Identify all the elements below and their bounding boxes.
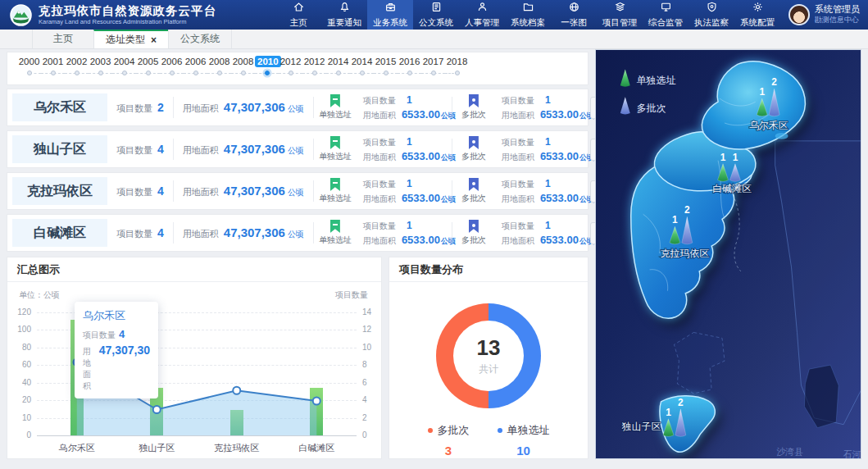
year-dot-2004[interactable] (112, 69, 136, 77)
pie-chart-title: 项目数量分布 (389, 257, 588, 282)
map-faint-boundary (674, 332, 725, 394)
district-row-独山子区: 独山子区项目数量4用地面积47,307,306公顷单独选址项目数量1用地面积65… (7, 130, 589, 168)
year-2012[interactable]: 2012 (302, 57, 326, 66)
single-site-stats: 项目数量1用地面积6533.00公顷 (357, 136, 452, 163)
tab-0[interactable]: 主页 (32, 30, 94, 48)
year-2014[interactable]: 2014 (350, 57, 374, 66)
year-dot-2014[interactable] (350, 69, 374, 77)
bg-label-shawan: 沙湾县 (776, 447, 803, 457)
donut-chart[interactable]: 13 共计 (436, 303, 541, 408)
nav-item-globe[interactable]: 一张图 (551, 0, 597, 30)
nav-item-gear[interactable]: 系统配置 (734, 0, 780, 30)
year-dot-2002[interactable] (65, 69, 89, 77)
year-dot-2001[interactable] (41, 69, 65, 77)
layers-icon (614, 1, 626, 16)
year-2006[interactable]: 2006 (184, 57, 207, 66)
folder-icon (522, 1, 534, 16)
close-tab-icon[interactable]: × (151, 34, 157, 46)
year-dot-2005[interactable] (136, 69, 160, 77)
x-label-乌尔禾区: 乌尔禾区 (37, 442, 117, 454)
year-dot-2012[interactable] (279, 69, 302, 77)
single-site-badge: 单独选址 (314, 178, 357, 204)
year-2014[interactable]: 2014 (326, 57, 350, 66)
svg-text:1: 1 (733, 152, 738, 163)
chart-x-labels: 乌尔禾区独山子区克拉玛依区白碱滩区 (37, 442, 357, 454)
tab-1[interactable]: 选址类型× (93, 30, 169, 48)
multi-batch-cone-icon (620, 97, 630, 114)
bg-label-shihezi: 石河子 (843, 449, 861, 458)
year-dot-2006[interactable] (184, 69, 207, 77)
year-2015[interactable]: 2015 (374, 57, 398, 66)
nav-item-home[interactable]: 主页 (275, 0, 321, 30)
svg-text:2: 2 (684, 204, 690, 216)
legend-item-单独选址[interactable]: 单独选址10 (498, 423, 550, 458)
district-land-area: 用地面积47,307,306公顷 (174, 100, 313, 115)
app-title-block: 克拉玛依市自然资源政务云平台 Karamay Land and Resource… (39, 4, 216, 25)
year-2017[interactable]: 2017 (421, 57, 445, 66)
year-2006[interactable]: 2006 (160, 57, 184, 66)
district-project-count: 项目数量4 (107, 143, 173, 157)
nav-item-folder[interactable]: 系统档案 (505, 0, 551, 30)
district-name: 克拉玛依区 (12, 177, 107, 205)
year-dot-2008[interactable] (207, 69, 231, 77)
year-dot-2015[interactable] (374, 69, 398, 77)
year-2016[interactable]: 2016 (398, 57, 421, 66)
svg-text:多批次: 多批次 (637, 102, 666, 114)
year-2008[interactable]: 2008 (231, 57, 255, 66)
svg-text:2: 2 (771, 76, 777, 88)
summary-chart-title: 汇总图示 (7, 257, 381, 282)
year-2002[interactable]: 2002 (65, 57, 89, 66)
user-name: 系统管理员 (815, 4, 860, 15)
year-dot-2018[interactable] (445, 69, 469, 77)
app-title: 克拉玛依市自然资源政务云平台 (39, 4, 216, 18)
svg-text:独山子区: 独山子区 (621, 421, 661, 432)
legend-dot-icon (428, 428, 433, 433)
bookmark-blue-icon (469, 220, 479, 233)
map-legend: 单独选址 多批次 (620, 69, 676, 114)
bookmark-green-icon (330, 136, 340, 149)
district-land-area: 用地面积47,307,306公顷 (174, 225, 313, 240)
svg-text:单独选址: 单独选址 (637, 75, 676, 86)
nav-item-monitor[interactable]: 综合监管 (643, 0, 688, 30)
app-header: 克拉玛依市自然资源政务云平台 Karamay Land and Resource… (0, 0, 868, 30)
nav-item-briefcase[interactable]: 业务系统 (367, 0, 413, 30)
single-site-badge: 单独选址 (314, 94, 357, 121)
svg-text:乌尔禾区: 乌尔禾区 (749, 120, 788, 131)
year-dot-2012[interactable] (302, 69, 326, 77)
nav-item-shield[interactable]: 执法监察 (688, 0, 734, 30)
year-2001[interactable]: 2001 (41, 57, 65, 66)
main-content: 2000200120022003200420052006200620082008… (0, 49, 868, 469)
user-box[interactable]: 系统管理员 勘测信息中心 (788, 4, 860, 25)
tab-2[interactable]: 公文系统 (168, 30, 232, 48)
legend-item-多批次[interactable]: 多批次3 (428, 423, 470, 458)
nav-item-doc[interactable]: 公文系统 (413, 0, 459, 30)
district-land-area: 用地面积47,307,306公顷 (174, 184, 313, 198)
nav-item-layers[interactable]: 项目管理 (597, 0, 643, 30)
donut-total-label: 共计 (479, 362, 498, 376)
year-dot-2016[interactable] (398, 69, 421, 77)
year-dot-2014[interactable] (326, 69, 350, 77)
nav-item-bell[interactable]: 重要通知 (321, 0, 367, 30)
district-name: 乌尔禾区 (12, 93, 107, 121)
year-2008[interactable]: 2008 (207, 57, 231, 66)
karamay-map[interactable]: 单独选址 多批次 沙湾县 石河子 12乌尔禾区11白碱滩区12克拉玛依区12独山… (596, 50, 861, 458)
map-neighbor-county (775, 141, 861, 428)
year-dot-2006[interactable] (160, 69, 184, 77)
year-2010[interactable]: 2010 (255, 57, 279, 66)
year-2003[interactable]: 2003 (89, 57, 112, 66)
year-dot-2010[interactable] (255, 69, 279, 77)
year-2018[interactable]: 2018 (445, 57, 469, 66)
year-dot-2008[interactable] (231, 69, 255, 77)
year-2004[interactable]: 2004 (112, 57, 136, 66)
year-2012[interactable]: 2012 (279, 57, 302, 66)
year-2000[interactable]: 2000 (17, 57, 41, 66)
year-dot-2003[interactable] (89, 69, 112, 77)
year-dot-2000[interactable] (17, 69, 41, 77)
single-site-stats: 项目数量1用地面积6533.00公顷 (357, 220, 452, 247)
year-2005[interactable]: 2005 (136, 57, 160, 66)
nav-item-person[interactable]: 人事管理 (459, 0, 505, 30)
map-lake (775, 133, 788, 139)
single-site-badge: 单独选址 (314, 136, 357, 162)
district-project-count: 项目数量4 (107, 184, 173, 198)
year-dot-2017[interactable] (421, 69, 445, 77)
